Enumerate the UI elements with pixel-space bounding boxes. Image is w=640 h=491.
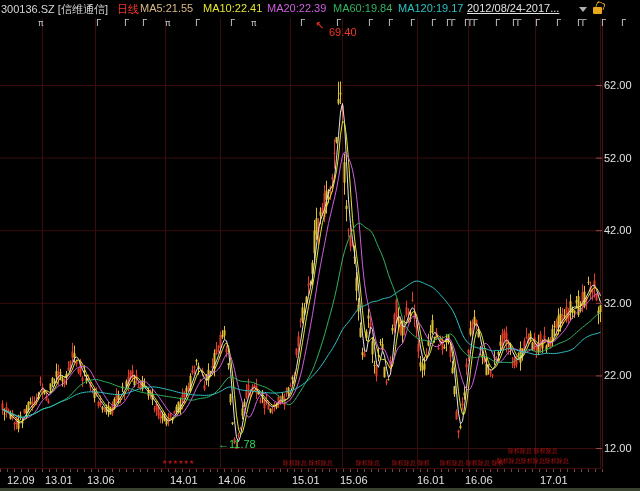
event-tick-mark: Γ — [96, 19, 100, 28]
date-range-selector[interactable]: 2012/08/24-2017... — [467, 2, 559, 14]
event-tick-mark: π — [251, 19, 255, 28]
ex-dividend-marker-text: 除权除息 除权除息 — [508, 448, 558, 454]
x-axis-label: 15.06 — [340, 474, 368, 486]
ex-dividend-marker-text: ★★★★★★ — [162, 459, 194, 465]
ma-label-ma60: MA60:19.84 — [333, 2, 392, 14]
low-marker-label: ←11.78 — [218, 438, 256, 450]
stock-chart-window: 300136.SZ [信维通信] 日线 2012/08/24-2017... ↖… — [0, 0, 640, 491]
x-axis-label: 15.01 — [292, 474, 320, 486]
ma-label-ma120: MA120:19.17 — [398, 2, 463, 14]
lock-body — [593, 7, 602, 14]
unlock-icon[interactable] — [591, 2, 606, 16]
candlestick-chart-canvas[interactable] — [0, 0, 640, 491]
event-tick-mark: Γ — [388, 19, 392, 28]
event-tick-mark: Γ — [230, 19, 234, 28]
event-tick-mark: Γ — [621, 19, 625, 28]
event-tick-mark: Γ — [410, 19, 414, 28]
event-tick-mark: π — [165, 19, 169, 28]
event-tick-mark: Γ — [195, 19, 199, 28]
x-axis-label: 13.06 — [87, 474, 115, 486]
x-axis-label: 16.01 — [417, 474, 445, 486]
ex-dividend-marker-text: 除权除息除权除息除权除息 — [497, 458, 569, 464]
event-tick-mark: Γ — [556, 19, 560, 28]
ex-dividend-marker-text: 除权除息 — [356, 460, 380, 466]
x-axis-label: 14.01 — [170, 474, 198, 486]
ma-label-ma5: MA5:21.55 — [140, 2, 193, 14]
period-label[interactable]: 日线 — [117, 2, 139, 17]
y-axis-label: 52.00 — [604, 152, 632, 164]
x-axis-label: 13.01 — [45, 474, 73, 486]
event-tick-mark: Γ — [300, 19, 304, 28]
event-tick-mark: Γ — [142, 19, 146, 28]
event-tick-mark: ΓΓΓ — [464, 19, 477, 28]
ma-label-ma10: MA10:22.41 — [203, 2, 262, 14]
event-tick-mark: ΓΓ — [577, 19, 586, 28]
event-tick-mark: Γ — [601, 19, 605, 28]
y-axis-label: 62.00 — [604, 79, 632, 91]
x-axis-label: 12.09 — [7, 474, 35, 486]
ex-dividend-marker-text: 除权除息·除权除息 — [283, 460, 333, 466]
y-axis-label: 22.00 — [604, 369, 632, 381]
y-axis-label: 32.00 — [604, 297, 632, 309]
event-tick-mark: Γ — [336, 19, 340, 28]
event-tick-mark: Γ — [368, 19, 372, 28]
high-marker-label: 69.40 — [329, 26, 357, 38]
event-tick-mark: π — [38, 19, 42, 28]
caret-down-icon[interactable] — [579, 7, 587, 12]
ma-label-ma20: MA20:22.39 — [267, 2, 326, 14]
stock-symbol: 300136.SZ [信维通信] — [1, 2, 108, 17]
event-tick-mark: ΓΓ — [446, 19, 455, 28]
high-marker-arrow-icon: ↖ — [315, 19, 324, 32]
event-tick-mark: ΓΓ — [512, 19, 521, 28]
event-tick-mark: Γ — [431, 19, 435, 28]
x-axis-label: 16.06 — [465, 474, 493, 486]
event-tick-mark: Γ — [535, 19, 539, 28]
y-axis-label: 42.00 — [604, 224, 632, 236]
x-axis-label: 14.06 — [218, 474, 246, 486]
y-axis-label: 12.00 — [604, 442, 632, 454]
event-tick-mark: Γ — [495, 19, 499, 28]
x-axis-label: 17.01 — [540, 474, 568, 486]
ex-dividend-marker-text: 除权除息·除权 — [392, 460, 430, 466]
event-tick-mark: Γ — [124, 19, 128, 28]
ex-dividend-marker-text: 除权除息·除权除息·除权 — [440, 460, 504, 466]
